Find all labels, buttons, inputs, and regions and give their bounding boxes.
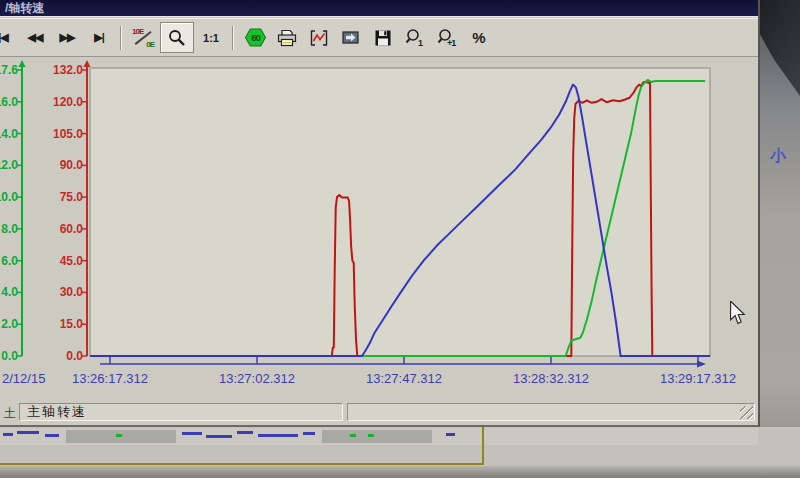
screen: 小 /轴转速 |◀ ◀◀ ▶▶ ▶| 10E 0E <box>0 0 800 478</box>
y-axis-green-label: 4.0 <box>1 285 18 299</box>
trend-plot-svg: 17.616.014.012.010.08.06.04.02.00.0132.0… <box>0 0 758 427</box>
y-axis-green-label: 10.0 <box>0 190 18 204</box>
desktop-background-glyph: 小 <box>770 146 786 167</box>
status-panel-signal: 主轴转速 <box>19 403 343 421</box>
x-axis-label: 13:26:17.312 <box>72 371 148 386</box>
background-window-border <box>482 427 484 465</box>
background-window <box>0 427 800 478</box>
date-label: 2/12/15 <box>2 371 45 386</box>
y-axis-red-label: 120.0 <box>53 95 83 109</box>
y-axis-red-label: 30.0 <box>60 285 84 299</box>
y-axis-red-label: 90.0 <box>60 158 84 172</box>
y-axis-red-label: 75.0 <box>60 190 84 204</box>
y-axis-red-label: 105.0 <box>53 127 83 141</box>
x-axis-label: 13:29:17.312 <box>660 371 736 386</box>
status-edge-fragment: 土 <box>4 405 16 422</box>
trend-chart[interactable]: 17.616.014.012.010.08.06.04.02.00.0132.0… <box>0 57 758 402</box>
background-window-button <box>322 430 432 443</box>
screen-bottom-edge <box>0 466 800 478</box>
y-axis-red-label: 15.0 <box>60 317 84 331</box>
statusbar: 土 主轴转速 <box>0 400 758 425</box>
y-axis-red-label: 132.0 <box>53 63 83 77</box>
y-axis-red-label: 0.0 <box>66 349 83 363</box>
resize-grip[interactable] <box>740 406 753 419</box>
x-axis-label: 13:27:47.312 <box>366 371 442 386</box>
y-axis-green-label: 2.0 <box>1 317 18 331</box>
background-window-border <box>0 463 484 465</box>
y-axis-green-label: 0.0 <box>1 349 18 363</box>
signal-name-label: 主轴转速 <box>20 404 342 420</box>
y-axis-green-label: 12.0 <box>0 158 18 172</box>
y-axis-green-label: 6.0 <box>1 254 18 268</box>
y-axis-red-label: 45.0 <box>60 254 84 268</box>
status-panel-value <box>347 403 755 421</box>
y-axis-green-label: 8.0 <box>1 222 18 236</box>
x-axis-label: 13:27:02.312 <box>219 371 295 386</box>
y-axis-red-label: 60.0 <box>60 222 84 236</box>
y-axis-green-label: 17.6 <box>0 63 18 77</box>
y-axis-green-label: 14.0 <box>0 127 18 141</box>
background-window-toolbar <box>0 428 758 445</box>
x-axis-label: 13:28:32.312 <box>513 371 589 386</box>
y-axis-green-label: 16.0 <box>0 95 18 109</box>
mouse-cursor <box>729 301 747 325</box>
trend-app-window: /轴转速 |◀ ◀◀ ▶▶ ▶| 10E 0E 1:1 <box>0 0 760 427</box>
